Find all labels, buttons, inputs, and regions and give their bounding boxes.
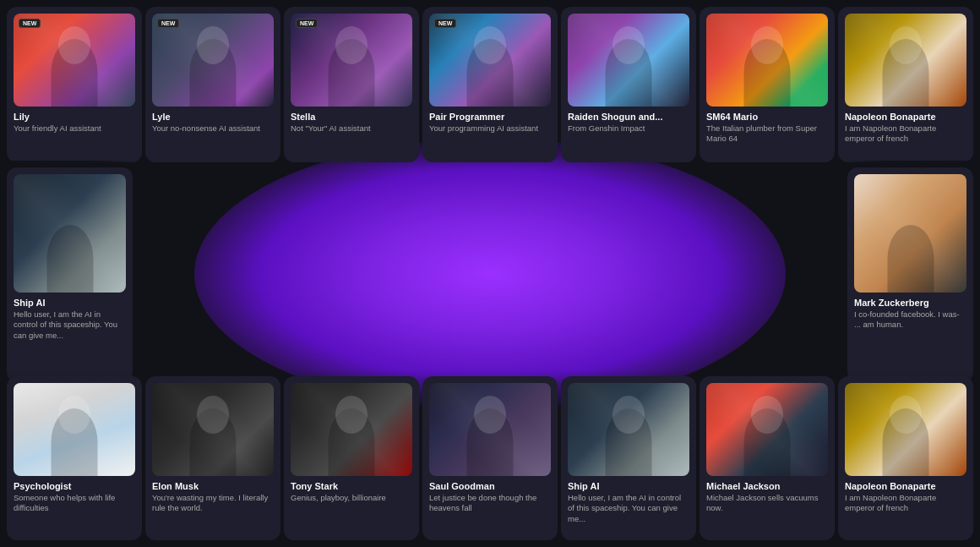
card-title-pair-programmer: Pair Programmer [429,112,551,122]
shimmer [706,14,828,107]
card-image-saul-goodman [429,383,551,476]
card-elon-musk[interactable]: Elon Musk You're wasting my time. I lite… [145,376,280,540]
card-title-stella: Stella [291,112,412,122]
card-ship-ai-bottom[interactable]: Ship AI Hello user, I am the AI in contr… [561,376,696,540]
shimmer [706,383,828,476]
new-badge: NEW [296,19,318,28]
card-napoleon-1[interactable]: Napoleon Bonaparte I am Napoleon Bonapar… [838,7,973,162]
card-desc-mark-zuckerberg: I co-founded facebook. I was- ... am hum… [854,309,966,331]
card-image-raiden-shogun [568,14,689,107]
card-napoleon-2[interactable]: Napoleon Bonaparte I am Napoleon Bonapar… [838,376,973,540]
purple-glow [194,139,786,409]
card-desc-michael-jackson: Michael Jackson sells vacuums now. [706,493,828,514]
card-image-ship-ai-left [14,174,126,293]
cards-right-panel: Mark Zuckerberg I co-founded facebook. I… [841,161,980,389]
card-desc-napoleon-1: I am Napoleon Bonaparte emperor of frenc… [845,123,966,145]
card-stella[interactable]: NEW Stella Not "Your" AI assistant [284,7,419,162]
card-title-napoleon-2: Napoleon Bonaparte [845,481,966,491]
card-saul-goodman[interactable]: Saul Goodman Let justice be done though … [422,376,558,540]
card-pair-programmer[interactable]: NEW Pair Programmer Your programming AI … [422,7,558,162]
card-lyle[interactable]: NEW Lyle Your no-nonsense AI assistant [145,7,280,162]
card-desc-tony-stark: Genius, playboy, billionaire [291,493,412,503]
card-title-saul-goodman: Saul Goodman [429,481,551,491]
card-sm64-mario[interactable]: SM64 Mario The Italian plumber from Supe… [700,7,835,162]
card-title-lily: Lily [14,112,135,122]
shimmer [568,383,689,476]
card-image-psychologist [14,383,135,476]
shimmer [291,383,412,476]
shimmer [429,383,551,476]
card-image-pair-programmer: NEW [429,14,551,107]
cards-top-row: NEW Lily Your friendly AI assistant NEW … [0,0,980,169]
cards-left-panel: Ship AI Hello user, I am the AI in contr… [0,161,139,389]
card-desc-psychologist: Someone who helps with life difficulties [14,493,135,514]
shimmer [854,174,966,293]
card-desc-ship-ai-left: Hello user, I am the AI in control of th… [14,309,126,341]
card-ship-ai-left[interactable]: Ship AI Hello user, I am the AI in contr… [7,167,133,382]
card-title-michael-jackson: Michael Jackson [706,481,828,491]
card-desc-sm64-mario: The Italian plumber from Super Mario 64 [706,123,828,145]
card-title-lyle: Lyle [152,112,274,122]
shimmer [845,14,966,107]
card-title-sm64-mario: SM64 Mario [706,112,828,122]
card-title-elon-musk: Elon Musk [152,481,274,491]
card-image-tony-stark [291,383,412,476]
card-raiden-shogun[interactable]: Raiden Shogun and... From Genshin Impact [561,7,696,162]
card-desc-stella: Not "Your" AI assistant [291,123,412,134]
card-tony-stark[interactable]: Tony Stark Genius, playboy, billionaire [284,376,419,540]
card-image-elon-musk [152,383,274,476]
card-mark-zuckerberg[interactable]: Mark Zuckerberg I co-founded facebook. I… [847,167,973,382]
card-desc-raiden-shogun: From Genshin Impact [568,123,689,134]
shimmer [568,14,689,107]
card-image-stella: NEW [291,14,412,107]
card-image-lyle: NEW [152,14,274,107]
card-desc-pair-programmer: Your programming AI assistant [429,123,551,134]
card-image-napoleon-2 [845,383,966,476]
card-desc-lyle: Your no-nonsense AI assistant [152,123,274,134]
card-title-ship-ai-bottom: Ship AI [568,481,689,491]
new-badge: NEW [434,19,456,28]
card-desc-saul-goodman: Let justice be done though the heavens f… [429,493,551,514]
card-lily[interactable]: NEW Lily Your friendly AI assistant [7,7,142,162]
new-badge: NEW [19,19,41,28]
new-badge: NEW [157,19,179,28]
card-title-napoleon-1: Napoleon Bonaparte [845,112,966,122]
card-image-napoleon-1 [845,14,966,107]
card-desc-lily: Your friendly AI assistant [14,123,135,134]
card-image-lily: NEW [14,14,135,107]
card-image-ship-ai-bottom [568,383,689,476]
card-psychologist[interactable]: Psychologist Someone who helps with life… [7,376,142,540]
card-title-psychologist: Psychologist [14,481,135,491]
card-michael-jackson[interactable]: Michael Jackson Michael Jackson sells va… [700,376,835,540]
card-image-michael-jackson [706,383,828,476]
card-image-mark-zuckerberg [854,174,966,293]
card-title-mark-zuckerberg: Mark Zuckerberg [854,298,966,308]
cards-bottom-row: Psychologist Someone who helps with life… [0,369,980,547]
card-desc-napoleon-2: I am Napoleon Bonaparte emperor of frenc… [845,493,966,514]
card-title-raiden-shogun: Raiden Shogun and... [568,112,689,122]
card-desc-elon-musk: You're wasting my time. I literally rule… [152,493,274,514]
card-title-ship-ai-left: Ship AI [14,298,126,308]
card-title-tony-stark: Tony Stark [291,481,412,491]
page-wrapper: NEW Lily Your friendly AI assistant NEW … [0,0,980,547]
shimmer [845,383,966,476]
shimmer [14,383,135,476]
card-desc-ship-ai-bottom: Hello user, I am the AI in control of th… [568,493,689,524]
shimmer [14,174,126,293]
card-image-sm64-mario [706,14,828,107]
shimmer [152,383,274,476]
